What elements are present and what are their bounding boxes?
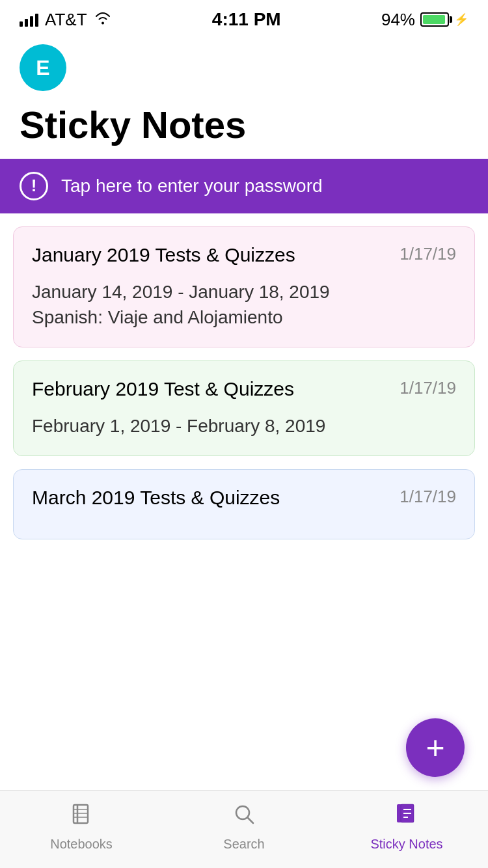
tab-notebooks-label: Notebooks [50, 837, 113, 852]
add-note-button[interactable]: + [406, 718, 465, 777]
note-title: January 2019 Tests & Quizzes [32, 244, 400, 266]
signal-icon [20, 12, 38, 27]
svg-line-6 [248, 818, 253, 823]
sticky-notes-icon [394, 801, 420, 833]
tab-notebooks[interactable]: Notebooks [0, 801, 163, 852]
list-item[interactable]: March 2019 Tests & Quizzes 1/17/19 [13, 469, 475, 539]
tab-sticky-notes[interactable]: Sticky Notes [325, 801, 488, 852]
status-left: AT&T [20, 10, 112, 30]
tab-search[interactable]: Search [163, 801, 325, 852]
svg-rect-0 [74, 805, 88, 823]
banner-text: Tap here to enter your password [61, 176, 323, 197]
notes-list: January 2019 Tests & Quizzes 1/17/19 Jan… [0, 213, 488, 553]
notebooks-icon [68, 801, 94, 833]
plus-icon: + [426, 731, 444, 764]
search-icon [231, 801, 257, 833]
page-title: Sticky Notes [0, 98, 488, 159]
note-content: February 1, 2019 - February 8, 2019 [32, 413, 456, 439]
avatar-letter: E [36, 56, 49, 80]
note-date: 1/17/19 [400, 244, 456, 264]
status-right: 94% ⚡ [381, 10, 468, 30]
note-content: January 14, 2019 - January 18, 2019Spani… [32, 279, 456, 330]
list-item[interactable]: February 2019 Test & Quizzes 1/17/19 Feb… [13, 360, 475, 456]
password-banner[interactable]: ! Tap here to enter your password [0, 159, 488, 213]
warning-icon: ! [20, 172, 48, 200]
note-header: February 2019 Test & Quizzes 1/17/19 [32, 378, 456, 400]
wifi-icon [94, 10, 112, 29]
carrier-label: AT&T [45, 10, 87, 30]
clock: 4:11 PM [212, 9, 281, 30]
note-title: March 2019 Tests & Quizzes [32, 487, 400, 509]
note-title: February 2019 Test & Quizzes [32, 378, 400, 400]
battery-icon [420, 12, 449, 27]
status-bar: AT&T 4:11 PM 94% ⚡ [0, 0, 488, 35]
tab-bar: Notebooks Search Sticky Notes [0, 790, 488, 868]
tab-sticky-notes-label: Sticky Notes [370, 837, 442, 852]
note-date: 1/17/19 [400, 487, 456, 507]
note-header: January 2019 Tests & Quizzes 1/17/19 [32, 244, 456, 266]
avatar-section: E [0, 35, 488, 98]
tab-search-label: Search [223, 837, 264, 852]
note-header: March 2019 Tests & Quizzes 1/17/19 [32, 487, 456, 509]
battery-percent: 94% [381, 10, 415, 30]
svg-point-5 [236, 806, 249, 819]
list-item[interactable]: January 2019 Tests & Quizzes 1/17/19 Jan… [13, 226, 475, 347]
note-date: 1/17/19 [400, 378, 456, 398]
avatar[interactable]: E [20, 44, 66, 91]
bolt-icon: ⚡ [454, 12, 468, 27]
